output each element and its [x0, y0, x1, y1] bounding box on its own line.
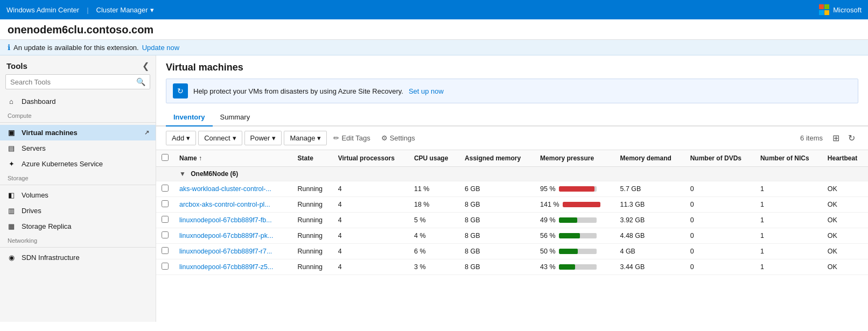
sidebar-item-virtual-machines[interactable]: ▣ Virtual machines ↗	[0, 125, 156, 140]
sidebar-item-dashboard[interactable]: ⌂ Dashboard	[0, 94, 156, 109]
group-chevron-icon: ▼	[179, 170, 186, 178]
row-checkbox-cell[interactable]	[156, 244, 174, 259]
vm-name-cell[interactable]: linuxnodepool-67cbb889f7-z5...	[174, 259, 292, 275]
vm-name-link[interactable]: linuxnodepool-67cbb889f7-z5...	[179, 263, 273, 271]
manage-chevron-icon: ▾	[317, 134, 321, 142]
settings-button[interactable]: ⚙ Settings	[377, 131, 419, 145]
add-button[interactable]: Add ▾	[166, 131, 196, 145]
vm-name-link[interactable]: arcbox-aks-control-control-pl...	[179, 201, 270, 208]
sidebar-item-sdn[interactable]: ◉ SDN Infrastructure	[0, 250, 156, 265]
edit-tags-button[interactable]: ✏ Edit Tags	[329, 131, 374, 145]
vm-mem-pressure-cell: 50 %	[535, 244, 614, 259]
select-all-col	[156, 150, 174, 167]
row-checkbox-cell[interactable]	[156, 259, 174, 275]
manage-button[interactable]: Manage ▾	[284, 131, 327, 145]
vm-name-cell[interactable]: aks-workload-cluster-control-...	[174, 181, 292, 197]
server-icon: ▤	[6, 144, 16, 152]
sidebar-item-volumes[interactable]: ◧ Volumes	[0, 187, 156, 203]
edit-tags-label: Edit Tags	[341, 134, 370, 142]
mem-bar-fill	[559, 233, 580, 238]
mem-bar-fill	[559, 186, 595, 192]
row-checkbox[interactable]	[162, 200, 169, 207]
vm-table-wrap: Name ↑ State Virtual processors CPU usag…	[156, 150, 868, 322]
vm-mem-demand-cell: 3.92 GB	[614, 213, 684, 228]
table-row: linuxnodepool-67cbb889f7-r7... Running 4…	[156, 244, 868, 259]
vm-vp-cell: 4	[333, 244, 409, 259]
vm-nics-cell: 1	[755, 181, 822, 197]
row-checkbox[interactable]	[162, 231, 169, 238]
vm-mem-pressure-cell: 141 %	[535, 197, 614, 213]
power-button[interactable]: Power ▾	[244, 131, 282, 145]
col-cpu: CPU usage	[409, 150, 459, 167]
vm-cpu-cell: 4 %	[409, 228, 459, 244]
sidebar-item-label: Servers	[22, 144, 149, 152]
refresh-button[interactable]: ↻	[845, 131, 858, 145]
memory-pressure-bar: 141 %	[540, 201, 609, 208]
search-input[interactable]	[6, 75, 132, 89]
vm-mem-demand-cell: 4 GB	[614, 244, 684, 259]
column-options-button[interactable]: ⊞	[829, 131, 843, 145]
vm-name-link[interactable]: linuxnodepool-67cbb889f7-pk...	[179, 232, 273, 240]
page-title: Virtual machines	[166, 62, 858, 73]
sidebar-item-azure-kubernetes[interactable]: ✦ Azure Kubernetes Service	[0, 156, 156, 172]
vm-name-cell[interactable]: linuxnodepool-67cbb889f7-pk...	[174, 228, 292, 244]
sidebar-item-label: Dashboard	[22, 97, 149, 105]
row-checkbox[interactable]	[162, 216, 169, 223]
sidebar-item-servers[interactable]: ▤ Servers	[0, 140, 156, 156]
sidebar-title: Tools	[6, 61, 27, 71]
vm-name-cell[interactable]: arcbox-aks-control-control-pl...	[174, 197, 292, 213]
vm-vp-cell: 4	[333, 181, 409, 197]
vm-cpu-cell: 6 %	[409, 244, 459, 259]
vm-name-link[interactable]: aks-workload-cluster-control-...	[179, 185, 271, 193]
update-now-link[interactable]: Update now	[142, 44, 179, 52]
chevron-down-icon: ▾	[150, 6, 154, 14]
sidebar-item-label: Azure Kubernetes Service	[22, 160, 149, 168]
row-checkbox-cell[interactable]	[156, 197, 174, 213]
col-heartbeat: Heartbeat	[822, 150, 868, 167]
vm-state-cell: Running	[292, 197, 333, 213]
sidebar-item-storage-replica[interactable]: ▦ Storage Replica	[0, 219, 156, 234]
table-group-row[interactable]: ▼ OneM6Node (6)	[156, 167, 868, 181]
table-header: Name ↑ State Virtual processors CPU usag…	[156, 150, 868, 167]
mem-bar-track	[559, 233, 597, 238]
tab-inventory[interactable]: Inventory	[166, 109, 213, 126]
mem-bar-track	[559, 249, 597, 254]
row-checkbox[interactable]	[162, 185, 169, 192]
vm-name-cell[interactable]: linuxnodepool-67cbb889f7-r7...	[174, 244, 292, 259]
sidebar-item-drives[interactable]: ▥ Drives	[0, 203, 156, 219]
search-box[interactable]: 🔍	[5, 74, 150, 89]
mem-bar-fill	[559, 264, 575, 270]
power-label: Power	[250, 134, 270, 142]
edit-icon: ✏	[333, 134, 339, 142]
cluster-manager-label: Cluster Manager	[96, 6, 148, 14]
select-all-checkbox[interactable]	[162, 154, 169, 161]
vm-heartbeat-cell: OK	[822, 244, 868, 259]
table-row: aks-workload-cluster-control-... Running…	[156, 181, 868, 197]
connect-chevron-icon: ▾	[233, 134, 236, 142]
group-label: ▼ OneM6Node (6)	[174, 167, 868, 181]
setup-now-link[interactable]: Set up now	[409, 87, 444, 95]
vm-heartbeat-cell: OK	[822, 181, 868, 197]
vm-vp-cell: 4	[333, 228, 409, 244]
item-count: 6 items	[800, 134, 823, 142]
mem-pressure-value: 141 %	[540, 201, 559, 208]
tab-summary[interactable]: Summary	[213, 109, 258, 126]
vm-name-cell[interactable]: linuxnodepool-67cbb889f7-fb...	[174, 213, 292, 228]
row-checkbox-cell[interactable]	[156, 213, 174, 228]
connect-button[interactable]: Connect ▾	[198, 131, 242, 145]
vm-heartbeat-cell: OK	[822, 213, 868, 228]
divider-storage	[0, 185, 156, 185]
table-body: ▼ OneM6Node (6) aks-workload-cluster-con…	[156, 167, 868, 275]
row-checkbox[interactable]	[162, 247, 169, 254]
vm-nics-cell: 1	[755, 197, 822, 213]
update-banner-message: An update is available for this extensio…	[13, 44, 139, 52]
sidebar-collapse-button[interactable]: ❮	[142, 61, 149, 71]
row-checkbox-cell[interactable]	[156, 228, 174, 244]
vm-name-link[interactable]: linuxnodepool-67cbb889f7-fb...	[179, 216, 272, 224]
vm-name-link[interactable]: linuxnodepool-67cbb889f7-r7...	[179, 248, 272, 255]
main-layout: Tools ❮ 🔍 ⌂ Dashboard Compute ▣ Virtual …	[0, 55, 868, 322]
vm-mem-pressure-cell: 49 %	[535, 213, 614, 228]
row-checkbox[interactable]	[162, 263, 169, 270]
cluster-manager-dropdown[interactable]: Cluster Manager ▾	[96, 6, 154, 14]
row-checkbox-cell[interactable]	[156, 181, 174, 197]
